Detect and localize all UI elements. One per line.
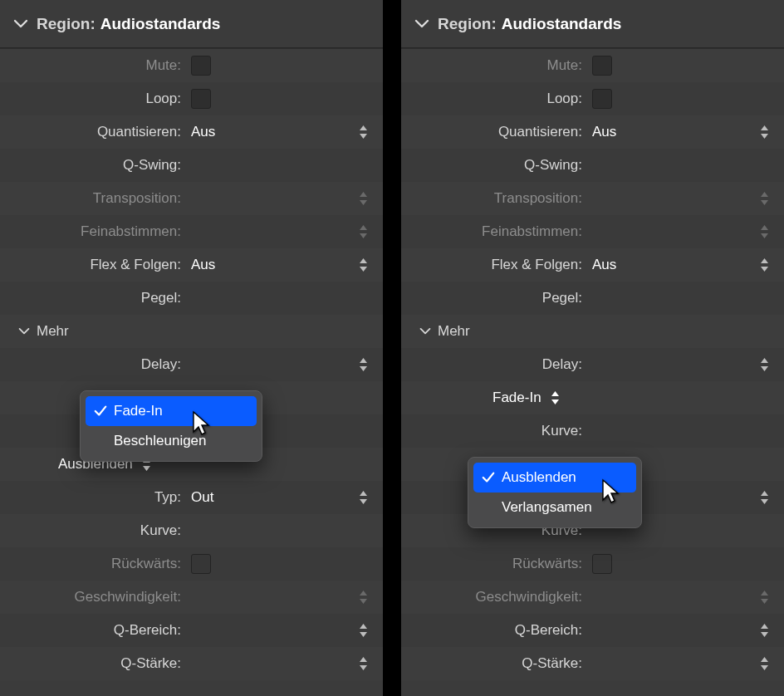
stepper-icon[interactable]: [359, 490, 368, 505]
stepper-icon[interactable]: [760, 656, 769, 671]
stepper-icon[interactable]: [359, 357, 368, 372]
checkbox-mute[interactable]: [191, 56, 211, 76]
label-speed: Geschwindigkeit:: [401, 589, 587, 605]
row-fadein[interactable]: Fade-In: [401, 381, 784, 414]
label-reverse: Rückwärts:: [401, 556, 587, 572]
row-flex[interactable]: Flex & Folgen: Aus: [401, 248, 784, 282]
row-mute: Mute:: [401, 49, 784, 82]
row-qrange[interactable]: Q-Bereich:: [0, 614, 383, 647]
label-detune: Feinabstimmen:: [401, 223, 587, 240]
row-delay[interactable]: Delay:: [401, 348, 784, 381]
menu-item-ausblenden[interactable]: Ausblenden: [473, 463, 636, 493]
label-mute: Mute:: [0, 57, 186, 74]
row-level: Pegel:: [401, 282, 784, 315]
stepper-icon: [359, 191, 368, 206]
label-qswing: Q-Swing:: [0, 157, 186, 174]
label-qswing: Q-Swing:: [401, 157, 587, 174]
label-detune: Feinabstimmen:: [0, 223, 186, 240]
row-reverse: Rückwärts:: [0, 547, 383, 581]
row-loop: Loop:: [401, 82, 784, 115]
row-quantize[interactable]: Quantisieren: Aus: [0, 115, 383, 149]
label-mute: Mute:: [401, 57, 587, 74]
row-quantize[interactable]: Quantisieren: Aus: [401, 115, 784, 149]
stepper-icon[interactable]: [359, 656, 368, 671]
label-speed: Geschwindigkeit:: [0, 589, 186, 605]
row-type[interactable]: Typ: Out: [0, 481, 383, 514]
row-detune: Feinabstimmen:: [0, 215, 383, 248]
row-delay[interactable]: Delay:: [0, 348, 383, 381]
row-speed: Geschwindigkeit:: [401, 581, 784, 614]
checkmark-icon: [94, 404, 110, 418]
row-loop: Loop:: [0, 82, 383, 115]
stepper-icon[interactable]: [760, 490, 769, 505]
label-level: Pegel:: [0, 290, 186, 306]
row-transposition: Transposition:: [0, 182, 383, 215]
inspector-panel-left: Region: Audiostandards Mute: Loop: Quant…: [0, 0, 383, 696]
ausblenden-dropdown-menu[interactable]: Ausblenden Verlangsamen: [468, 457, 642, 528]
label-more: Mehr: [438, 323, 470, 340]
label-more: Mehr: [37, 323, 69, 340]
header-value: Audiostandards: [100, 15, 221, 33]
label-level: Pegel:: [401, 290, 587, 306]
row-qstrength[interactable]: Q-Stärke:: [401, 647, 784, 680]
label-flex: Flex & Folgen:: [0, 257, 186, 273]
checkbox-reverse: [592, 554, 612, 574]
label-quantize: Quantisieren:: [0, 124, 186, 140]
stepper-icon: [760, 191, 769, 206]
row-qswing: Q-Swing:: [401, 149, 784, 182]
value-type: Out: [186, 489, 213, 506]
label-curve1: Kurve:: [401, 423, 587, 439]
value-quantize: Aus: [186, 124, 215, 140]
value-flex: Aus: [587, 257, 616, 273]
checkbox-mute[interactable]: [592, 56, 612, 76]
value-flex: Aus: [186, 257, 215, 273]
subheader-more[interactable]: Mehr: [401, 315, 784, 348]
menu-item-beschleunigen[interactable]: Beschleunigen: [86, 426, 257, 456]
stepper-icon[interactable]: [359, 257, 368, 272]
stepper-icon[interactable]: [760, 125, 769, 140]
checkbox-loop[interactable]: [191, 89, 211, 109]
header-label: Region:: [37, 15, 96, 33]
label-delay: Delay:: [401, 356, 587, 373]
label-qstrength: Q-Stärke:: [0, 655, 186, 672]
subheader-more[interactable]: Mehr: [0, 315, 383, 348]
label-loop: Loop:: [0, 91, 186, 107]
fadein-dropdown-menu[interactable]: Fade-In Beschleunigen: [80, 390, 262, 462]
row-reverse: Rückwärts:: [401, 547, 784, 581]
row-qswing: Q-Swing:: [0, 149, 383, 182]
stepper-icon[interactable]: [760, 257, 769, 272]
row-flex[interactable]: Flex & Folgen: Aus: [0, 248, 383, 282]
stepper-icon: [760, 224, 769, 239]
stepper-icon[interactable]: [548, 389, 563, 407]
stepper-icon[interactable]: [760, 623, 769, 638]
row-curve[interactable]: Kurve:: [0, 514, 383, 547]
chevron-down-icon: [413, 15, 431, 33]
row-curve1[interactable]: Kurve:: [401, 414, 784, 448]
region-header[interactable]: Region: Audiostandards: [401, 0, 784, 48]
row-qstrength[interactable]: Q-Stärke:: [0, 647, 383, 680]
stepper-icon[interactable]: [359, 623, 368, 638]
stepper-icon[interactable]: [359, 125, 368, 140]
value-quantize: Aus: [587, 124, 616, 140]
label-qrange: Q-Bereich:: [0, 622, 186, 639]
inspector-panel-right: Region: Audiostandards Mute: Loop: Quant…: [401, 0, 784, 696]
label-qrange: Q-Bereich:: [401, 622, 587, 639]
row-qrange[interactable]: Q-Bereich:: [401, 614, 784, 647]
label-transposition: Transposition:: [0, 190, 186, 207]
label-reverse: Rückwärts:: [0, 556, 186, 572]
row-mute: Mute:: [0, 49, 383, 82]
menu-item-fadein[interactable]: Fade-In: [86, 396, 257, 426]
checkbox-loop[interactable]: [592, 89, 612, 109]
stepper-icon: [760, 590, 769, 605]
checkbox-reverse: [191, 554, 211, 574]
menu-item-verlangsamen[interactable]: Verlangsamen: [473, 493, 636, 522]
label-curve: Kurve:: [0, 522, 186, 539]
label-type: Typ:: [0, 489, 186, 506]
label-qstrength: Q-Stärke:: [401, 655, 587, 672]
row-transposition: Transposition:: [401, 182, 784, 215]
stepper-icon[interactable]: [760, 357, 769, 372]
region-header[interactable]: Region: Audiostandards: [0, 0, 383, 48]
row-level: Pegel:: [0, 282, 383, 315]
chevron-down-icon: [17, 324, 32, 339]
stepper-icon: [359, 590, 368, 605]
